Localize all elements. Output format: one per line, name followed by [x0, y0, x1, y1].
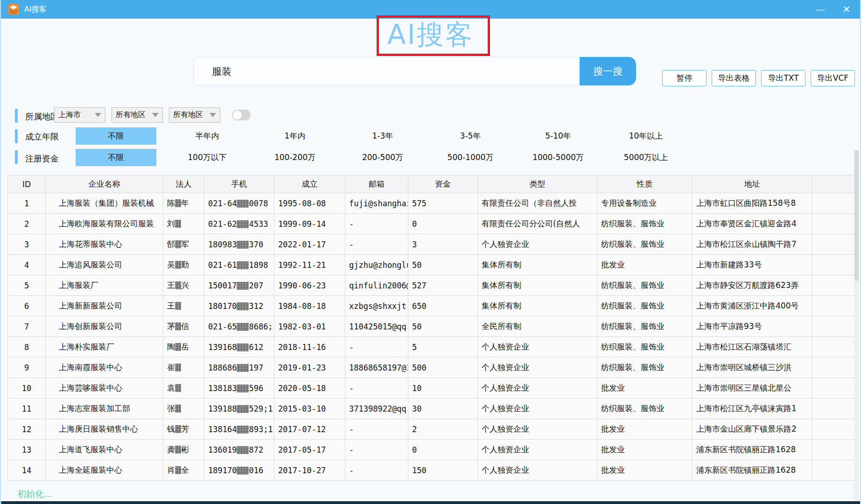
table-cell: 王: [163, 296, 204, 316]
filter-option[interactable]: 1000-5000万: [514, 152, 602, 163]
table-cell: 上海追风服装公司: [46, 255, 163, 275]
dropdown-value: 所有地区: [173, 110, 203, 120]
export-txt-button[interactable]: 导出TXT: [761, 70, 805, 86]
table-cell: 上海市静安区万航渡路623弄: [693, 275, 812, 296]
table-cell: [812, 316, 856, 337]
table-cell: 上海市虹口区曲阳路158号8: [693, 193, 812, 214]
filter-option[interactable]: 10年以上: [602, 131, 690, 141]
filter-option[interactable]: 200-500万: [339, 152, 427, 163]
table-row[interactable]: 2上海欧海服装有限公司服装刘021-6245331999-09-14-0有限责任…: [8, 214, 856, 234]
table-row[interactable]: 13上海道飞服装中心龚彬1360198722017-05-17-0个人独资企业批…: [8, 440, 856, 460]
column-header: 成立: [274, 175, 345, 193]
table-cell: 2022-01-17: [274, 234, 345, 255]
table-cell: [812, 378, 856, 399]
chevron-down-icon: [210, 113, 216, 117]
table-cell: 批发业: [597, 255, 693, 275]
table-row[interactable]: 1上海服装（集团）服装机械陈年021-6400781995-08-08fuji@…: [8, 193, 856, 214]
filter-option[interactable]: 500-1000万: [427, 152, 514, 163]
vertical-scrollbar: [854, 149, 859, 502]
table-cell: 138183596: [204, 378, 274, 399]
table-cell: 0: [408, 214, 478, 234]
table-cell: 12: [8, 419, 46, 440]
table-cell: 2: [8, 214, 46, 234]
region-dropdown-district[interactable]: 所有地区: [169, 107, 220, 123]
table-cell: 50: [408, 255, 478, 275]
filter-option[interactable]: 5000万以上: [602, 152, 690, 163]
table-cell: 4: [8, 255, 46, 275]
table-row[interactable]: 4上海追风服装公司吴勤021-6118981992-11-21gjzhu@zho…: [8, 255, 856, 275]
table-cell: 139168612: [204, 337, 274, 357]
table-row[interactable]: 6上海新新服装公司王1801703121984-08-18xzbgs@shxxj…: [8, 296, 856, 316]
table-row[interactable]: 8上海朴实服装厂陶岳1391686122018-11-16-5个人独资企业纺织服…: [8, 337, 856, 357]
toggle-knob: [233, 111, 242, 119]
table-row[interactable]: 9上海南霞服装中心崔1886861972019-01-2318868658197…: [8, 357, 856, 378]
filter-option[interactable]: 100-200万: [251, 152, 339, 163]
table-cell: 10: [8, 378, 46, 399]
results-table: ID企业名称法人手机成立邮箱资金类型性质地址 1上海服装（集团）服装机械陈年02…: [7, 175, 856, 481]
region-dropdown-city[interactable]: 所有地区: [112, 107, 163, 123]
table-cell: 全民所有制: [478, 316, 597, 337]
table-cell: 上海芸哆服装中心: [46, 378, 163, 399]
table-row[interactable]: 11上海志室服装加工部张139188529;12015-03-103713989…: [8, 399, 856, 419]
table-cell: 18868658197@1: [345, 357, 408, 378]
scrollbar-thumb[interactable]: [854, 150, 859, 281]
accent-bar: [15, 129, 18, 143]
table-row[interactable]: 14上海全延服装中心肖全1891700162017-10-27-150个人独资企…: [8, 460, 856, 481]
table-cell: 1992-11-21: [274, 255, 345, 275]
status-text: 初始化...: [17, 488, 52, 500]
table-cell: 批发业: [597, 419, 693, 440]
table-cell: 上海市松江区石湖荡镇塔汇: [693, 337, 812, 357]
export-vcf-button[interactable]: 导出VCF: [811, 70, 855, 86]
table-cell: [812, 193, 856, 214]
table-cell: 上海欧海服装有限公司服装: [46, 214, 163, 234]
table-cell: 王兴: [163, 275, 204, 296]
filter-option[interactable]: 1-3年: [339, 131, 427, 141]
column-header: [812, 175, 856, 193]
export-table-button[interactable]: 导出表格: [712, 70, 756, 86]
filter-option[interactable]: 半年内: [163, 131, 251, 141]
column-header: 地址: [693, 175, 812, 193]
minimize-button[interactable]: —: [813, 0, 827, 19]
region-dropdown-province[interactable]: 上海市: [54, 107, 105, 123]
column-header: 手机: [204, 175, 274, 193]
table-cell: 上海市崇明区三星镇北星公: [693, 378, 812, 399]
titlebar: AI搜客 — ✕: [1, 0, 860, 19]
table-row[interactable]: 3上海花蒂服装中心郜军1809833702022-01-17-3个人独资企业纺织…: [8, 234, 856, 255]
filter-option[interactable]: 不限: [76, 149, 156, 166]
filter-option[interactable]: 1年内: [251, 131, 339, 141]
table-cell: [812, 255, 856, 275]
search-input[interactable]: [194, 57, 580, 85]
region-toggle-switch[interactable]: [232, 110, 251, 120]
table-cell: 有限责任公司（非自然人投: [478, 193, 597, 214]
table-cell: 371398922@qq.: [345, 399, 408, 419]
table-row[interactable]: 10上海芸哆服装中心袁1381835962020-05-18-10个人独资企业批…: [8, 378, 856, 399]
table-cell: 张: [163, 399, 204, 419]
filter-option[interactable]: 5-10年: [514, 131, 602, 141]
table-cell: 021-611898: [204, 255, 274, 275]
table-row[interactable]: 12上海庚日服装销售中心钱芳138164893;12017-07-12-2个人独…: [8, 419, 856, 440]
filter-option[interactable]: 100万以下: [163, 152, 251, 163]
pause-button[interactable]: 暂停: [662, 70, 707, 86]
table-cell: 上海市新建路33号: [693, 255, 812, 275]
table-cell: 1990-06-23: [274, 275, 345, 296]
table-cell: 2017-10-27: [274, 460, 345, 481]
filter-label-capital: 注册资金: [25, 153, 59, 164]
filter-option[interactable]: 3-5年: [427, 131, 514, 141]
close-button[interactable]: ✕: [840, 0, 854, 19]
filter-option[interactable]: 不限: [76, 127, 156, 145]
table-cell: 1995-08-08: [274, 193, 345, 214]
table-cell: 肖全: [163, 460, 204, 481]
table-cell: 陶岳: [163, 337, 204, 357]
table-cell: 上海道飞服装中心: [46, 440, 163, 460]
dropdown-value: 上海市: [58, 110, 81, 120]
table-cell: 批发业: [597, 378, 693, 399]
table-cell: 浦东新区书院镇丽正路1628: [693, 460, 812, 481]
table-cell: 上海庚日服装销售中心: [46, 419, 163, 440]
table-cell: [812, 399, 856, 419]
search-button[interactable]: 搜一搜: [580, 57, 636, 85]
table-row[interactable]: 5上海服装厂王兴1500172071990-06-23qinfulin2006@…: [8, 275, 856, 296]
table-cell: 袁: [163, 378, 204, 399]
table-row[interactable]: 7上海创新服装公司茅信021-658686;1982-03-0111042501…: [8, 316, 856, 337]
table-cell: 189170016: [204, 460, 274, 481]
column-header: 资金: [408, 175, 478, 193]
